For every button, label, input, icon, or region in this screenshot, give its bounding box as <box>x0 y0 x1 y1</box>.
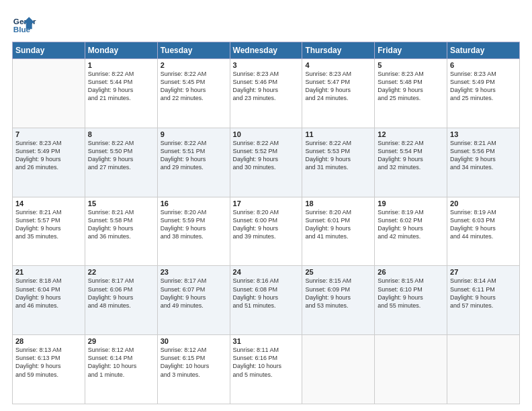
day-detail: Sunrise: 8:18 AM Sunset: 6:04 PM Dayligh… <box>15 277 82 310</box>
weekday-header: Sunday <box>13 42 85 59</box>
day-detail: Sunrise: 8:21 AM Sunset: 5:57 PM Dayligh… <box>15 208 82 241</box>
day-number: 27 <box>450 268 517 276</box>
day-detail: Sunrise: 8:19 AM Sunset: 6:02 PM Dayligh… <box>378 208 444 241</box>
logo: General Blue <box>12 12 39 36</box>
calendar-day-cell: 22Sunrise: 8:17 AM Sunset: 6:06 PM Dayli… <box>85 266 157 335</box>
day-detail: Sunrise: 8:23 AM Sunset: 5:47 PM Dayligh… <box>305 70 371 103</box>
calendar-day-cell <box>302 335 375 404</box>
day-detail: Sunrise: 8:14 AM Sunset: 6:11 PM Dayligh… <box>450 277 517 310</box>
day-number: 11 <box>305 130 371 138</box>
day-detail: Sunrise: 8:21 AM Sunset: 5:58 PM Dayligh… <box>88 208 154 241</box>
day-detail: Sunrise: 8:17 AM Sunset: 6:06 PM Dayligh… <box>88 277 154 310</box>
day-detail: Sunrise: 8:23 AM Sunset: 5:48 PM Dayligh… <box>378 70 444 103</box>
day-number: 31 <box>233 337 300 345</box>
day-number: 17 <box>233 199 300 208</box>
calendar-day-cell: 4Sunrise: 8:23 AM Sunset: 5:47 PM Daylig… <box>302 59 375 128</box>
day-number: 3 <box>233 61 300 69</box>
calendar-day-cell: 6Sunrise: 8:23 AM Sunset: 5:49 PM Daylig… <box>447 59 520 128</box>
weekday-header: Friday <box>375 42 447 59</box>
day-detail: Sunrise: 8:20 AM Sunset: 6:00 PM Dayligh… <box>233 208 300 241</box>
day-detail: Sunrise: 8:22 AM Sunset: 5:45 PM Dayligh… <box>161 70 227 103</box>
day-number: 28 <box>15 337 82 345</box>
day-number: 9 <box>161 130 227 138</box>
day-number: 25 <box>305 268 371 276</box>
day-number: 24 <box>233 268 300 276</box>
calendar-day-cell: 27Sunrise: 8:14 AM Sunset: 6:11 PM Dayli… <box>447 266 520 335</box>
day-number: 15 <box>88 199 154 208</box>
calendar-day-cell: 15Sunrise: 8:21 AM Sunset: 5:58 PM Dayli… <box>85 197 157 266</box>
day-number: 8 <box>88 130 154 138</box>
day-number: 2 <box>161 61 227 69</box>
day-number: 14 <box>15 199 82 208</box>
calendar-day-cell: 24Sunrise: 8:16 AM Sunset: 6:08 PM Dayli… <box>230 266 302 335</box>
day-detail: Sunrise: 8:11 AM Sunset: 6:16 PM Dayligh… <box>233 346 300 379</box>
calendar-table: SundayMondayTuesdayWednesdayThursdayFrid… <box>12 42 520 404</box>
day-detail: Sunrise: 8:22 AM Sunset: 5:51 PM Dayligh… <box>161 139 227 172</box>
day-detail: Sunrise: 8:22 AM Sunset: 5:52 PM Dayligh… <box>233 139 300 172</box>
weekday-header: Thursday <box>302 42 375 59</box>
calendar-day-cell: 8Sunrise: 8:22 AM Sunset: 5:50 PM Daylig… <box>85 128 157 197</box>
calendar-day-cell: 14Sunrise: 8:21 AM Sunset: 5:57 PM Dayli… <box>13 197 85 266</box>
day-detail: Sunrise: 8:23 AM Sunset: 5:49 PM Dayligh… <box>450 70 517 103</box>
weekday-header: Monday <box>85 42 157 59</box>
day-number: 10 <box>233 130 300 138</box>
day-detail: Sunrise: 8:16 AM Sunset: 6:08 PM Dayligh… <box>233 277 300 310</box>
calendar-day-cell: 30Sunrise: 8:12 AM Sunset: 6:15 PM Dayli… <box>157 335 230 404</box>
calendar-day-cell: 11Sunrise: 8:22 AM Sunset: 5:53 PM Dayli… <box>302 128 375 197</box>
calendar-day-cell: 25Sunrise: 8:15 AM Sunset: 6:09 PM Dayli… <box>302 266 375 335</box>
calendar-day-cell: 12Sunrise: 8:22 AM Sunset: 5:54 PM Dayli… <box>375 128 447 197</box>
day-detail: Sunrise: 8:21 AM Sunset: 5:56 PM Dayligh… <box>450 139 517 172</box>
calendar-day-cell <box>447 335 520 404</box>
day-detail: Sunrise: 8:20 AM Sunset: 5:59 PM Dayligh… <box>161 208 227 241</box>
calendar-week-row: 28Sunrise: 8:13 AM Sunset: 6:13 PM Dayli… <box>13 335 520 404</box>
calendar-day-cell: 17Sunrise: 8:20 AM Sunset: 6:00 PM Dayli… <box>230 197 302 266</box>
calendar-week-row: 1Sunrise: 8:22 AM Sunset: 5:44 PM Daylig… <box>13 59 520 128</box>
day-number: 5 <box>378 61 444 69</box>
day-detail: Sunrise: 8:17 AM Sunset: 6:07 PM Dayligh… <box>161 277 227 310</box>
day-number: 12 <box>378 130 444 138</box>
calendar-day-cell: 21Sunrise: 8:18 AM Sunset: 6:04 PM Dayli… <box>13 266 85 335</box>
calendar-day-cell: 10Sunrise: 8:22 AM Sunset: 5:52 PM Dayli… <box>230 128 302 197</box>
calendar-day-cell: 5Sunrise: 8:23 AM Sunset: 5:48 PM Daylig… <box>375 59 447 128</box>
day-detail: Sunrise: 8:15 AM Sunset: 6:10 PM Dayligh… <box>378 277 444 310</box>
day-number: 7 <box>15 130 82 138</box>
day-number: 26 <box>378 268 444 276</box>
day-number: 18 <box>305 199 371 208</box>
day-detail: Sunrise: 8:22 AM Sunset: 5:53 PM Dayligh… <box>305 139 371 172</box>
day-detail: Sunrise: 8:15 AM Sunset: 6:09 PM Dayligh… <box>305 277 371 310</box>
calendar-day-cell: 13Sunrise: 8:21 AM Sunset: 5:56 PM Dayli… <box>447 128 520 197</box>
calendar-day-cell: 28Sunrise: 8:13 AM Sunset: 6:13 PM Dayli… <box>13 335 85 404</box>
calendar-day-cell: 7Sunrise: 8:23 AM Sunset: 5:49 PM Daylig… <box>13 128 85 197</box>
day-detail: Sunrise: 8:22 AM Sunset: 5:50 PM Dayligh… <box>88 139 154 172</box>
calendar-day-cell: 1Sunrise: 8:22 AM Sunset: 5:44 PM Daylig… <box>85 59 157 128</box>
page-header: General Blue <box>12 12 520 36</box>
weekday-header: Wednesday <box>230 42 302 59</box>
calendar-day-cell: 23Sunrise: 8:17 AM Sunset: 6:07 PM Dayli… <box>157 266 230 335</box>
day-number: 1 <box>88 61 154 69</box>
day-detail: Sunrise: 8:23 AM Sunset: 5:46 PM Dayligh… <box>233 70 300 103</box>
calendar-week-row: 14Sunrise: 8:21 AM Sunset: 5:57 PM Dayli… <box>13 197 520 266</box>
weekday-header: Tuesday <box>157 42 230 59</box>
calendar-day-cell: 18Sunrise: 8:20 AM Sunset: 6:01 PM Dayli… <box>302 197 375 266</box>
calendar-day-cell <box>375 335 447 404</box>
day-number: 16 <box>161 199 227 208</box>
calendar-day-cell: 20Sunrise: 8:19 AM Sunset: 6:03 PM Dayli… <box>447 197 520 266</box>
day-number: 30 <box>161 337 227 345</box>
calendar-day-cell: 31Sunrise: 8:11 AM Sunset: 6:16 PM Dayli… <box>230 335 302 404</box>
day-number: 13 <box>450 130 517 138</box>
day-detail: Sunrise: 8:20 AM Sunset: 6:01 PM Dayligh… <box>305 208 371 241</box>
day-number: 19 <box>378 199 444 208</box>
logo-icon: General Blue <box>12 12 36 36</box>
calendar-week-row: 21Sunrise: 8:18 AM Sunset: 6:04 PM Dayli… <box>13 266 520 335</box>
weekday-header-row: SundayMondayTuesdayWednesdayThursdayFrid… <box>13 42 520 59</box>
calendar-day-cell: 19Sunrise: 8:19 AM Sunset: 6:02 PM Dayli… <box>375 197 447 266</box>
calendar-week-row: 7Sunrise: 8:23 AM Sunset: 5:49 PM Daylig… <box>13 128 520 197</box>
calendar-day-cell <box>13 59 85 128</box>
day-detail: Sunrise: 8:22 AM Sunset: 5:44 PM Dayligh… <box>88 70 154 103</box>
calendar-day-cell: 9Sunrise: 8:22 AM Sunset: 5:51 PM Daylig… <box>157 128 230 197</box>
day-number: 21 <box>15 268 82 276</box>
day-number: 6 <box>450 61 517 69</box>
calendar-day-cell: 29Sunrise: 8:12 AM Sunset: 6:14 PM Dayli… <box>85 335 157 404</box>
weekday-header: Saturday <box>447 42 520 59</box>
day-number: 29 <box>88 337 154 345</box>
